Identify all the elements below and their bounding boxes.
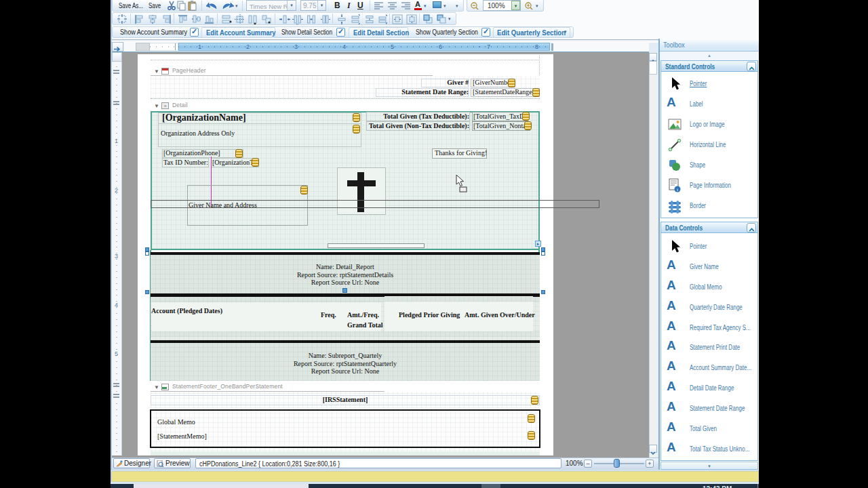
svg-text:i: i [677,187,678,192]
